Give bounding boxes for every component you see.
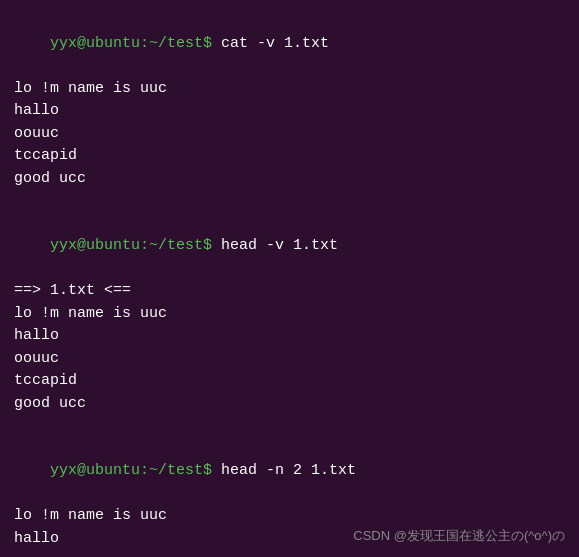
output-2-3: hallo	[14, 325, 565, 348]
command-2: head -v 1.txt	[212, 237, 338, 254]
output-1-4: tccapid	[14, 145, 565, 168]
output-2-5: tccapid	[14, 370, 565, 393]
output-1-5: good ucc	[14, 168, 565, 191]
prompt-2: yyx@ubuntu:~/test$	[50, 237, 212, 254]
empty-line-1	[14, 190, 565, 213]
terminal-window: yyx@ubuntu:~/test$ cat -v 1.txt lo !m na…	[0, 0, 579, 557]
prompt-3: yyx@ubuntu:~/test$	[50, 462, 212, 479]
output-1-3: oouuc	[14, 123, 565, 146]
output-2-4: oouuc	[14, 348, 565, 371]
output-2-6: good ucc	[14, 393, 565, 416]
empty-line-2	[14, 415, 565, 438]
command-1: cat -v 1.txt	[212, 35, 329, 52]
output-2-2: lo !m name is uuc	[14, 303, 565, 326]
terminal-line-3: yyx@ubuntu:~/test$ head -n 2 1.txt	[14, 438, 565, 506]
terminal-line-1: yyx@ubuntu:~/test$ cat -v 1.txt	[14, 10, 565, 78]
output-2-1: ==> 1.txt <==	[14, 280, 565, 303]
output-1-1: lo !m name is uuc	[14, 78, 565, 101]
prompt-1: yyx@ubuntu:~/test$	[50, 35, 212, 52]
terminal-line-2: yyx@ubuntu:~/test$ head -v 1.txt	[14, 213, 565, 281]
terminal-line-4[interactable]: yyx@ubuntu:~/test$	[14, 550, 565, 557]
command-3: head -n 2 1.txt	[212, 462, 356, 479]
watermark: CSDN @发现王国在逃公主の(^o^)の	[353, 527, 565, 545]
output-1-2: hallo	[14, 100, 565, 123]
output-3-1: lo !m name is uuc	[14, 505, 565, 528]
